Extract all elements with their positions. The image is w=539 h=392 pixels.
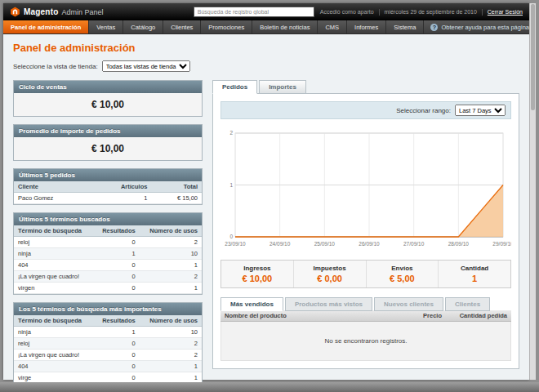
stat-ingresos: Ingresos€ 10,00 — [221, 261, 293, 287]
cell: 1 — [94, 327, 140, 338]
page-help-link[interactable]: Obtener ayuda para esta página — [424, 20, 536, 33]
column-header: Número de usos — [140, 225, 202, 237]
orders-chart-svg: 23/09/1024/09/1025/09/1026/09/1027/09/10… — [220, 127, 511, 249]
cell: 2 — [140, 350, 202, 361]
separator — [482, 9, 483, 16]
stat-impuestos: Impuestos€ 0,00 — [293, 261, 366, 287]
scrollbar-thumb[interactable] — [531, 4, 535, 110]
tab-pedidos[interactable]: Pedidos — [212, 80, 257, 94]
nav-item-panel-de-administración[interactable]: Panel de administración — [3, 20, 89, 33]
cell: 0 — [94, 271, 140, 283]
header-meta: Accedió como aparto miércoles 29 de sept… — [320, 9, 523, 16]
stat-cantidad: Cantidad1 — [438, 261, 510, 287]
cell: 0 — [94, 350, 140, 361]
svg-text:25/09/10: 25/09/10 — [314, 241, 336, 247]
bottom-tabs: Más vendidosProductos más vistosNuevos c… — [220, 297, 511, 310]
table-row: 40401 — [14, 361, 202, 372]
logo-subtitle: Admin Panel — [62, 8, 104, 16]
nav-items: Panel de administraciónVentasCatálogoCli… — [3, 20, 424, 33]
table-row: ¡La virgen que cuadro!02 — [14, 271, 202, 283]
tab-nuevos-clientes[interactable]: Nuevos clientes — [374, 297, 443, 311]
right-column: PedidosImportes Seleccionar rango: Last … — [212, 80, 519, 392]
admin-header: Magento Admin Panel Accedió como aparto … — [3, 3, 529, 20]
table-row: 40401 — [14, 260, 202, 271]
cell: € 15,00 — [151, 193, 202, 204]
cell: ninja — [14, 248, 94, 260]
dashboard-columns: Ciclo de ventas € 10,00 Promedio de impo… — [3, 78, 529, 392]
stat-value: € 5,00 — [368, 274, 437, 283]
table-row: ninja110 — [14, 327, 202, 338]
table-header-row: Nombre del productoPrecioCantidad pedida — [220, 310, 511, 322]
logo-text: Magento — [24, 7, 59, 16]
column-header: Nombre del producto — [220, 310, 397, 322]
stat-envíos: Envíos€ 5,00 — [366, 261, 439, 287]
vertical-scrollbar[interactable] — [529, 3, 536, 380]
cell: 1 — [94, 248, 140, 260]
stat-label: Cantidad — [440, 265, 509, 272]
cell: 0 — [94, 260, 140, 271]
stat-value: 1 — [440, 274, 509, 283]
svg-text:27/09/10: 27/09/10 — [403, 241, 425, 247]
stat-value: € 0,00 — [296, 274, 364, 283]
chart-tabs: PedidosImportes — [212, 80, 519, 93]
lifetime-sales-box: Ciclo de ventas € 10,00 — [13, 80, 203, 117]
cell: 0 — [94, 283, 140, 294]
nav-item-clientes[interactable]: Clientes — [163, 20, 201, 33]
last-search-terms-box: Últimos 5 términos buscados Término de b… — [13, 212, 203, 295]
magento-logo-icon — [10, 7, 20, 17]
magento-logo: Magento Admin Panel — [10, 7, 104, 17]
box-title: Últimos 5 pedidos — [14, 169, 202, 181]
tab-clientes[interactable]: Clientes — [445, 297, 490, 311]
nav-item-ventas[interactable]: Ventas — [89, 20, 123, 33]
store-switcher: Seleccione la vista de tienda: Todas las… — [3, 59, 529, 78]
tab-productos-más-vistos[interactable]: Productos más vistos — [285, 297, 372, 311]
cell: Paco Gomez — [14, 193, 91, 204]
cell: 0 — [94, 237, 140, 248]
svg-text:26/09/10: 26/09/10 — [359, 241, 380, 247]
svg-text:29/09/10: 29/09/10 — [492, 241, 511, 247]
table-row: ninja110 — [14, 248, 202, 260]
column-header: Precio — [397, 310, 446, 322]
nav-item-sistema[interactable]: Sistema — [386, 20, 424, 33]
table-header-row: Término de búsquedaResultadosNúmero de u… — [14, 225, 202, 237]
logout-link[interactable]: Cerrar Sesión — [488, 9, 523, 15]
cell: virgen — [14, 283, 94, 294]
range-select[interactable]: Last 7 Days — [455, 105, 506, 116]
stats-bar: Ingresos€ 10,00Impuestos€ 0,00Envíos€ 5,… — [220, 260, 511, 288]
last-orders-table: ClienteArtículosTotalPaco Gomez1€ 15,00 — [14, 181, 202, 204]
cell: 10 — [140, 248, 202, 260]
help-label: Obtener ayuda para esta página — [441, 24, 529, 31]
nav-item-boletín-de-noticias[interactable]: Boletín de noticias — [252, 20, 318, 33]
box-title: Ciclo de ventas — [14, 81, 202, 93]
tab-más-vendidos[interactable]: Más vendidos — [220, 297, 283, 311]
cell: 1 — [140, 283, 202, 294]
stat-label: Envíos — [368, 265, 437, 272]
nav-item-promociones[interactable]: Promociones — [201, 20, 252, 33]
separator — [379, 9, 380, 16]
store-view-select[interactable]: Todas las vistas de tienda — [102, 60, 190, 72]
range-label: Seleccionar rango: — [396, 107, 451, 114]
cell: 0 — [94, 361, 140, 372]
store-view-label: Seleccione la vista de tienda: — [13, 63, 98, 70]
admin-page: Magento Admin Panel Accedió como aparto … — [3, 3, 529, 380]
cell: 2 — [140, 338, 202, 350]
left-column: Ciclo de ventas € 10,00 Promedio de impo… — [13, 80, 203, 392]
nav-item-catálogo[interactable]: Catálogo — [123, 20, 163, 33]
column-header: Número de usos — [140, 315, 202, 327]
last-orders-box: Últimos 5 pedidos ClienteArtículosTotalP… — [13, 168, 203, 205]
cell: ¡La virgen que cuadro! — [14, 350, 94, 361]
column-header: Cliente — [14, 181, 91, 193]
main-nav: Panel de administraciónVentasCatálogoCli… — [3, 20, 529, 34]
nav-item-cms[interactable]: CMS — [318, 20, 347, 33]
svg-text:24/09/10: 24/09/10 — [270, 241, 291, 247]
top-search-table: Término de búsquedaResultadosNúmero de u… — [14, 315, 202, 384]
box-title: Promedio de importe de pedidos — [14, 125, 202, 137]
column-header: Cantidad pedida — [446, 310, 511, 322]
nav-item-informes[interactable]: Informes — [347, 20, 386, 33]
svg-text:2: 2 — [229, 130, 233, 136]
products-table: Nombre del productoPrecioCantidad pedida — [220, 310, 511, 322]
table-header-row: Término de búsquedaResultadosNúmero de u… — [14, 315, 202, 327]
svg-text:23/09/10: 23/09/10 — [225, 241, 246, 247]
global-search-input[interactable] — [194, 7, 314, 17]
tab-importes[interactable]: Importes — [259, 80, 306, 94]
